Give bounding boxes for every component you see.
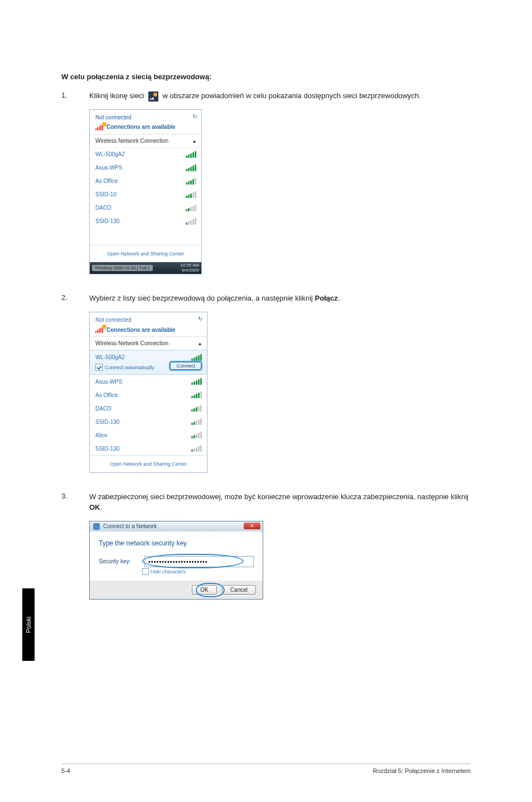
signal-strength-icon	[191, 432, 201, 438]
signal-strength-icon	[186, 191, 196, 198]
taskbar-time: 10:35 AM	[180, 263, 199, 268]
language-side-tab: Polski	[22, 588, 35, 661]
close-button[interactable]: ✕	[244, 523, 260, 529]
collapse-icon[interactable]: ▴	[193, 138, 196, 144]
network-item[interactable]: SSID-130	[90, 442, 207, 455]
connections-available-label: Connections are available	[107, 124, 175, 130]
connect-auto-label: Connect automatically	[105, 365, 154, 370]
step-3: 3. W zabezpieczonej sieci bezprzewodowej…	[61, 492, 471, 513]
network-item[interactable]: DACO	[90, 201, 201, 215]
ok-button[interactable]: OK	[192, 585, 216, 595]
connect-auto-checkbox[interactable]	[95, 364, 103, 371]
step-1-body: Kliknij ikonę sieci w obszarze powiadomi…	[89, 91, 471, 102]
wireless-section-title: Wireless Network Connection	[95, 138, 168, 144]
security-key-label: Security key:	[99, 558, 138, 564]
cancel-button[interactable]: Cancel	[222, 585, 256, 595]
network-item[interactable]: As Office	[90, 388, 207, 402]
network-name: SSID-10	[95, 191, 117, 197]
step-3-text-pre: W zabezpieczonej sieci bezprzewodowej, m…	[89, 492, 468, 501]
signal-strength-icon	[186, 178, 196, 185]
signal-strength-icon	[191, 354, 201, 361]
signal-strength-icon	[191, 378, 201, 385]
signal-strength-icon	[191, 418, 201, 425]
refresh-icon[interactable]: ↻	[192, 113, 197, 119]
network-flyout-connect: Not connected ↻ Connections are availabl…	[89, 312, 207, 473]
signal-strength-icon	[191, 445, 201, 452]
network-name: Asus-WPS	[95, 379, 122, 385]
network-item[interactable]: As Office	[90, 175, 201, 188]
network-status-title: Not connected	[95, 114, 196, 120]
network-status-title: Not connected	[95, 317, 201, 323]
step-2-text-bold: Połącz	[315, 294, 338, 302]
step-3-number: 3.	[61, 492, 89, 513]
signal-strength-icon	[191, 392, 201, 398]
dialog-title: Connect to a Network	[103, 523, 157, 529]
hide-characters-checkbox[interactable]	[142, 568, 149, 575]
network-item[interactable]: Asus-WPS	[90, 161, 201, 175]
dialog-app-icon	[93, 523, 100, 530]
step-2-body: Wybierz z listy sieć bezprzewodową do po…	[89, 293, 471, 304]
network-item[interactable]: Alice	[90, 428, 207, 442]
network-name: WL-500gA2	[95, 151, 125, 157]
network-name: SSID-130	[95, 218, 119, 224]
open-sharing-center-link[interactable]: Open Network and Sharing Center	[90, 245, 201, 262]
step-3-body: W zabezpieczonej sieci bezprzewodowej, m…	[89, 492, 471, 513]
network-name: WL-500gA2	[95, 354, 201, 360]
taskbar-app[interactable]: PrintKey 2000 v5.10 ( Full )	[92, 265, 153, 271]
step-1-text-post: w obszarze powiadomień w celu pokazania …	[163, 91, 421, 100]
page-number: 5-4	[61, 767, 70, 774]
step-1-text-pre: Kliknij ikonę sieci	[89, 91, 146, 100]
network-tray-icon	[148, 91, 158, 102]
network-name: SSID-130	[95, 419, 119, 425]
signal-strength-icon	[186, 165, 196, 171]
network-name: DACO	[95, 405, 112, 412]
signal-strength-icon	[186, 205, 196, 211]
step-1-number: 1.	[61, 91, 89, 102]
step-2-text-pre: Wybierz z listy sieć bezprzewodową do po…	[89, 294, 315, 302]
network-name: As Office	[95, 392, 118, 398]
step-3-text-bold: OK	[89, 503, 100, 511]
taskbar: PrintKey 2000 v5.10 ( Full ) 10:35 AM 9/…	[90, 262, 201, 274]
security-key-dialog: Connect to a Network ✕ Type the network …	[89, 521, 263, 600]
network-item[interactable]: SSID-130	[90, 215, 201, 228]
collapse-icon[interactable]: ▴	[199, 340, 201, 346]
step-2: 2. Wybierz z listy sieć bezprzewodową do…	[61, 293, 471, 304]
signal-strength-icon	[186, 151, 196, 158]
step-2-text-post: .	[338, 294, 340, 302]
network-item[interactable]: SSID-130	[90, 415, 207, 428]
network-name: As Office	[95, 178, 118, 184]
connections-available-label: Connections are available	[107, 327, 175, 333]
network-item[interactable]: SSID-10	[90, 188, 201, 201]
signal-strength-icon	[186, 218, 196, 225]
network-flyout-list: Not connected ↻ Connections are availabl…	[89, 109, 202, 275]
network-item[interactable]: Asus-WPS	[90, 375, 207, 388]
connections-available-icon	[95, 326, 103, 333]
page-footer: 5-4 Rozdział 5: Połączenie z Internetem	[61, 764, 471, 774]
open-sharing-center-link[interactable]: Open Network and Sharing Center	[90, 455, 207, 472]
signal-strength-icon	[191, 405, 201, 412]
step-1: 1. Kliknij ikonę sieci w obszarze powiad…	[61, 91, 471, 102]
step-3-text-post: .	[100, 503, 103, 511]
section-heading: W celu połączenia z siecią bezprzewodową…	[61, 73, 471, 81]
hide-characters-label: Hide characters	[151, 569, 186, 574]
network-name: Asus-WPS	[95, 165, 122, 171]
network-item[interactable]: WL-500gA2	[90, 148, 201, 161]
network-name: DACO	[95, 205, 112, 211]
taskbar-date: 9/4/2009	[182, 268, 199, 273]
connect-button[interactable]: Connect	[170, 362, 201, 370]
refresh-icon[interactable]: ↻	[198, 316, 202, 322]
connections-available-icon	[95, 124, 103, 131]
wireless-section-title: Wireless Network Connection	[95, 340, 168, 346]
dialog-prompt: Type the network security key	[99, 539, 254, 547]
network-item[interactable]: DACO	[90, 402, 207, 415]
step-2-number: 2.	[61, 293, 89, 304]
network-name: Alice	[95, 432, 108, 438]
network-name: SSID-130	[95, 446, 119, 452]
security-key-input[interactable]	[144, 556, 254, 567]
network-item-selected[interactable]: WL-500gA2 Connect automatically Connect	[90, 350, 207, 375]
chapter-title: Rozdział 5: Połączenie z Internetem	[373, 767, 471, 774]
